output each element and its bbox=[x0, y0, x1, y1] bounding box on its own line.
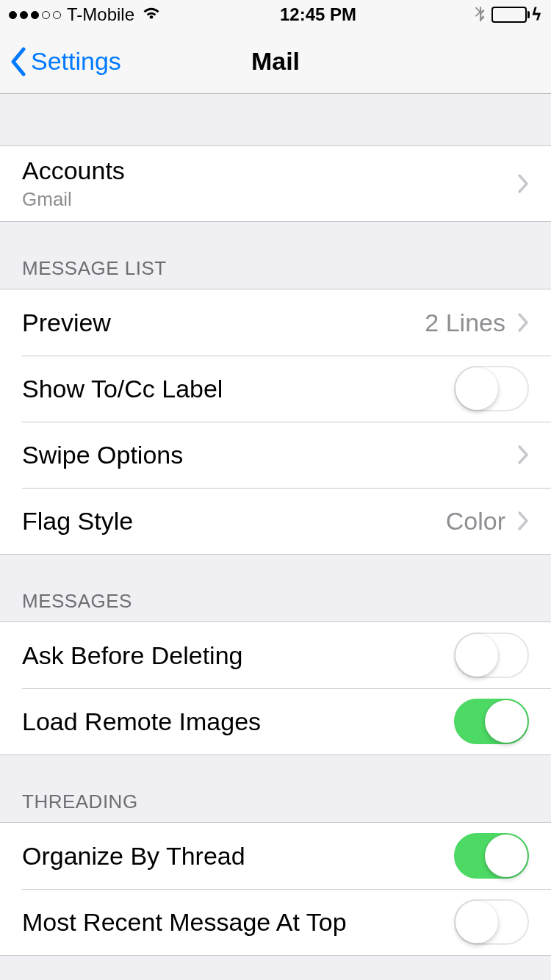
messages-group: Ask Before Deleting Load Remote Images bbox=[0, 621, 551, 755]
flag-style-label: Flag Style bbox=[22, 507, 446, 536]
wifi-icon bbox=[140, 4, 162, 25]
preview-label: Preview bbox=[22, 309, 425, 337]
flag-style-value: Color bbox=[446, 507, 505, 536]
chevron-right-icon bbox=[517, 511, 529, 531]
most-recent-top-label: Most Recent Message At Top bbox=[22, 908, 454, 937]
status-bar: T-Mobile 12:45 PM ϟ bbox=[0, 0, 551, 29]
accounts-title: Accounts bbox=[22, 156, 517, 185]
load-remote-images-label: Load Remote Images bbox=[22, 707, 454, 736]
show-tocc-row: Show To/Cc Label bbox=[0, 356, 551, 422]
status-time: 12:45 PM bbox=[280, 4, 356, 25]
most-recent-top-row: Most Recent Message At Top bbox=[0, 889, 551, 955]
chevron-left-icon bbox=[9, 47, 26, 76]
message-list-group: Preview 2 Lines Show To/Cc Label Swipe O… bbox=[0, 289, 551, 555]
load-remote-images-row: Load Remote Images bbox=[0, 688, 551, 754]
chevron-right-icon bbox=[517, 312, 529, 333]
section-header-messages: MESSAGES bbox=[0, 555, 551, 621]
back-label: Settings bbox=[31, 47, 121, 76]
flag-style-row[interactable]: Flag Style Color bbox=[0, 488, 551, 554]
signal-strength-icon bbox=[9, 11, 61, 19]
status-left: T-Mobile bbox=[9, 4, 162, 25]
ask-before-deleting-switch[interactable] bbox=[454, 633, 529, 678]
chevron-right-icon bbox=[517, 444, 529, 465]
threading-group: Organize By Thread Most Recent Message A… bbox=[0, 822, 551, 956]
organize-by-thread-switch[interactable] bbox=[454, 833, 529, 879]
most-recent-top-switch[interactable] bbox=[454, 899, 529, 945]
page-title: Mail bbox=[251, 47, 300, 76]
nav-bar: Settings Mail bbox=[0, 29, 551, 94]
status-right: ϟ bbox=[474, 3, 542, 26]
charging-icon: ϟ bbox=[531, 5, 542, 24]
ask-before-deleting-label: Ask Before Deleting bbox=[22, 641, 454, 670]
organize-by-thread-row: Organize By Thread bbox=[0, 823, 551, 889]
carrier-label: T-Mobile bbox=[67, 4, 134, 25]
back-button[interactable]: Settings bbox=[9, 47, 121, 76]
accounts-row[interactable]: Accounts Gmail bbox=[0, 146, 551, 221]
swipe-options-row[interactable]: Swipe Options bbox=[0, 422, 551, 488]
section-header-message-list: MESSAGE LIST bbox=[0, 222, 551, 289]
preview-row[interactable]: Preview 2 Lines bbox=[0, 289, 551, 356]
accounts-group: Accounts Gmail bbox=[0, 145, 551, 222]
ask-before-deleting-row: Ask Before Deleting bbox=[0, 622, 551, 688]
organize-by-thread-label: Organize By Thread bbox=[22, 842, 454, 871]
accounts-subtitle: Gmail bbox=[22, 188, 517, 211]
swipe-options-label: Swipe Options bbox=[22, 441, 517, 469]
bluetooth-icon bbox=[474, 3, 486, 26]
battery-icon: ϟ bbox=[491, 5, 542, 24]
load-remote-images-switch[interactable] bbox=[454, 699, 529, 744]
show-tocc-switch[interactable] bbox=[454, 366, 529, 411]
preview-value: 2 Lines bbox=[425, 309, 505, 337]
show-tocc-label: Show To/Cc Label bbox=[22, 375, 454, 403]
chevron-right-icon bbox=[517, 173, 529, 194]
section-header-threading: THREADING bbox=[0, 755, 551, 822]
